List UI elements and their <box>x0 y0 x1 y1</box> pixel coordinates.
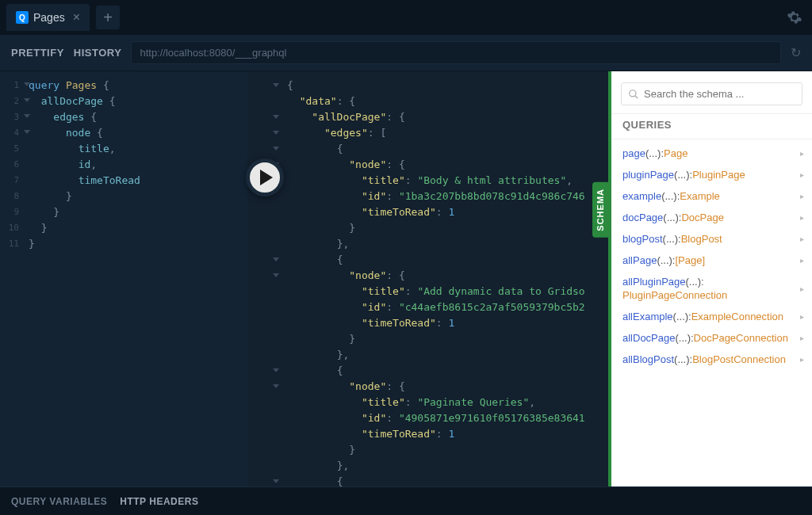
query-editor[interactable]: 1234567891011 query Pages { allDocPage {… <box>0 71 247 486</box>
schema-query-list: page(...): Page▸pluginPage(...): PluginP… <box>611 143 812 486</box>
schema-query-item[interactable]: page(...): Page▸ <box>611 143 812 164</box>
schema-query-item[interactable]: allDocPage(...): DocPageConnection▸ <box>611 327 812 349</box>
execute-button[interactable] <box>246 158 284 196</box>
result-viewer: { "data": { "allDocPage": { "edges": [ {… <box>247 71 608 486</box>
search-icon <box>628 89 639 100</box>
tab-title: Pages <box>33 11 65 24</box>
endpoint-input[interactable] <box>131 41 781 64</box>
play-icon <box>260 170 273 185</box>
close-icon[interactable]: × <box>73 10 80 25</box>
query-icon: Q <box>16 11 29 24</box>
query-variables-tab[interactable]: QUERY VARIABLES <box>11 496 107 507</box>
schema-query-item[interactable]: allBlogPost(...): BlogPostConnection▸ <box>611 349 812 370</box>
schema-search-input[interactable] <box>644 88 795 100</box>
http-headers-tab[interactable]: HTTP HEADERS <box>120 496 198 507</box>
toolbar: PRETTIFY HISTORY ↻ <box>0 35 812 71</box>
refresh-icon[interactable]: ↻ <box>791 45 801 60</box>
schema-tab[interactable]: SCHEMA <box>592 182 608 238</box>
new-tab-button[interactable]: + <box>96 6 120 29</box>
schema-search[interactable] <box>621 82 802 105</box>
tab-pages[interactable]: Q Pages × <box>6 4 90 31</box>
schema-query-item[interactable]: allPage(...): [Page]▸ <box>611 250 812 271</box>
schema-query-item[interactable]: allExample(...): ExampleConnection▸ <box>611 306 812 327</box>
gear-icon[interactable] <box>787 10 802 29</box>
schema-query-item[interactable]: blogPost(...): BlogPost▸ <box>611 228 812 250</box>
svg-line-1 <box>635 95 638 98</box>
schema-query-item[interactable]: allPluginPage(...): PluginPageConnection… <box>611 271 812 306</box>
prettify-button[interactable]: PRETTIFY <box>11 47 64 59</box>
svg-point-0 <box>630 90 636 96</box>
history-button[interactable]: HISTORY <box>74 47 122 59</box>
bottom-bar: QUERY VARIABLES HTTP HEADERS <box>0 486 812 515</box>
schema-query-item[interactable]: docPage(...): DocPage▸ <box>611 207 812 228</box>
schema-section-title: QUERIES <box>611 113 812 139</box>
tab-bar: Q Pages × + <box>0 0 812 35</box>
schema-panel: QUERIES page(...): Page▸pluginPage(...):… <box>608 71 812 486</box>
schema-query-item[interactable]: pluginPage(...): PluginPage▸ <box>611 164 812 185</box>
schema-query-item[interactable]: example(...): Example▸ <box>611 185 812 207</box>
